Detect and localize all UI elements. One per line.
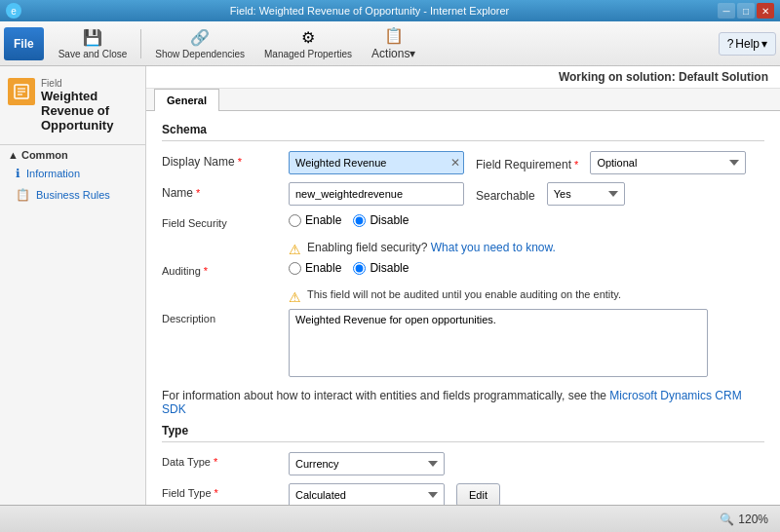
- type-section-title: Type: [162, 424, 764, 442]
- common-section-label: ▲ Common: [0, 144, 145, 163]
- field-type-row: Field Type Simple Calculated Rollup Edit: [162, 483, 764, 505]
- actions-icon: 📋: [384, 26, 404, 45]
- display-name-input[interactable]: [289, 151, 464, 174]
- field-security-disable-option[interactable]: Disable: [353, 213, 409, 227]
- field-security-enable-radio[interactable]: [289, 214, 301, 227]
- field-security-enable-option[interactable]: Enable: [289, 213, 341, 227]
- edit-button[interactable]: Edit: [456, 483, 500, 505]
- minimize-button[interactable]: ─: [718, 3, 735, 19]
- warning1-link[interactable]: What you need to know.: [431, 241, 556, 254]
- searchable-label: Searchable: [476, 185, 535, 203]
- form-content: Schema Display Name ✕ Field Requirement …: [146, 111, 780, 505]
- zoom-control: 🔍 120%: [720, 513, 768, 526]
- warning1-icon: ⚠: [289, 242, 301, 257]
- field-security-label: Field Security: [162, 213, 289, 229]
- title-bar-text: Field: Weighted Revenue of Opportunity -…: [21, 5, 718, 17]
- entity-header: Field Weighted Revenue of Opportunity: [0, 74, 145, 140]
- business-rules-label: Business Rules: [36, 189, 110, 201]
- field-security-disable-radio[interactable]: [353, 214, 366, 227]
- warning1-text: Enabling field security? What you need t…: [307, 241, 556, 254]
- close-button[interactable]: ✕: [757, 3, 774, 19]
- solution-bar: Working on solution: Default Solution: [146, 66, 780, 89]
- warning2-icon: ⚠: [289, 289, 301, 305]
- display-name-row: Display Name ✕ Field Requirement Optiona…: [162, 151, 764, 174]
- data-type-label: Data Type: [162, 452, 289, 468]
- information-label: Information: [26, 168, 80, 179]
- name-row: Name Searchable Yes No: [162, 182, 764, 206]
- entity-type-label: Field: [41, 78, 137, 89]
- help-button[interactable]: ? Help ▾: [719, 32, 776, 56]
- auditing-radio-group: Enable Disable: [289, 261, 409, 275]
- title-bar: e Field: Weighted Revenue of Opportunity…: [0, 0, 780, 21]
- app-icon: e: [6, 3, 21, 19]
- toolbar: File 💾 Save and Close 🔗 Show Dependencie…: [0, 21, 780, 66]
- entity-name-label: Weighted Revenue of Opportunity: [41, 89, 137, 133]
- data-type-row: Data Type Currency Decimal Float Integer: [162, 452, 764, 475]
- information-icon: ℹ: [16, 167, 20, 180]
- save-close-button[interactable]: 💾 Save and Close: [50, 24, 136, 63]
- sdk-link-row: For information about how to interact wi…: [162, 385, 764, 424]
- display-name-controls: ✕ Field Requirement Optional Required Re…: [289, 151, 764, 174]
- restore-button[interactable]: □: [737, 3, 755, 19]
- file-button[interactable]: File: [4, 27, 44, 60]
- field-security-radio-group: Enable Disable: [289, 213, 409, 227]
- properties-icon: ⚙: [301, 28, 315, 47]
- warning2-text: This field will not be audited until you…: [307, 288, 621, 300]
- help-icon: ?: [727, 37, 734, 51]
- auditing-warning: ⚠ This field will not be audited until y…: [162, 285, 764, 309]
- description-input[interactable]: Weighted Revenue for open opportunities.: [289, 309, 708, 377]
- field-security-warning: ⚠ Enabling field security? What you need…: [162, 237, 764, 261]
- main-container: Field Weighted Revenue of Opportunity ▲ …: [0, 66, 780, 505]
- auditing-enable-option[interactable]: Enable: [289, 261, 341, 275]
- auditing-row: Auditing Enable Disable: [162, 261, 764, 277]
- sidebar-item-information[interactable]: ℹ Information: [0, 163, 145, 184]
- zoom-label: 120%: [738, 513, 768, 526]
- auditing-enable-radio[interactable]: [289, 262, 301, 275]
- name-controls: Searchable Yes No: [289, 182, 764, 206]
- dependencies-icon: 🔗: [190, 28, 210, 47]
- description-label: Description: [162, 309, 289, 324]
- field-security-row: Field Security Enable Disable: [162, 213, 764, 229]
- schema-section-title: Schema: [162, 123, 764, 141]
- save-close-icon: 💾: [83, 28, 102, 47]
- business-rules-icon: 📋: [16, 188, 30, 202]
- zoom-icon: 🔍: [720, 513, 734, 526]
- tab-bar: General: [146, 89, 780, 111]
- window-controls: ─ □ ✕: [718, 3, 774, 19]
- show-dependencies-button[interactable]: 🔗 Show Dependencies: [146, 24, 254, 63]
- display-name-label: Display Name: [162, 151, 289, 169]
- auditing-label: Auditing: [162, 261, 289, 277]
- display-name-input-wrapper: ✕: [289, 151, 464, 174]
- description-row: Description Weighted Revenue for open op…: [162, 309, 764, 377]
- searchable-select[interactable]: Yes No: [547, 182, 625, 206]
- name-input[interactable]: [289, 182, 464, 206]
- actions-button[interactable]: 📋 Actions▾: [363, 24, 424, 63]
- status-bar: 🔍 120%: [0, 505, 780, 532]
- managed-properties-button[interactable]: ⚙ Managed Properties: [255, 24, 361, 63]
- name-label: Name: [162, 182, 289, 200]
- content-area: Working on solution: Default Solution Ge…: [146, 66, 780, 505]
- sidebar-item-business-rules[interactable]: 📋 Business Rules: [0, 184, 145, 206]
- field-type-label: Field Type: [162, 483, 289, 499]
- clear-display-name-button[interactable]: ✕: [450, 156, 460, 170]
- data-type-select[interactable]: Currency Decimal Float Integer: [289, 452, 445, 475]
- field-requirement-select[interactable]: Optional Required Recommended: [590, 151, 746, 174]
- field-type-controls: Simple Calculated Rollup Edit: [289, 483, 764, 505]
- auditing-disable-option[interactable]: Disable: [353, 261, 409, 275]
- separator-1: [140, 29, 141, 58]
- field-type-select[interactable]: Simple Calculated Rollup: [289, 483, 445, 505]
- field-requirement-label: Field Requirement: [476, 154, 578, 171]
- entity-icon: [8, 78, 35, 105]
- auditing-disable-radio[interactable]: [353, 262, 366, 275]
- sidebar: Field Weighted Revenue of Opportunity ▲ …: [0, 66, 146, 505]
- tab-general[interactable]: General: [154, 89, 219, 111]
